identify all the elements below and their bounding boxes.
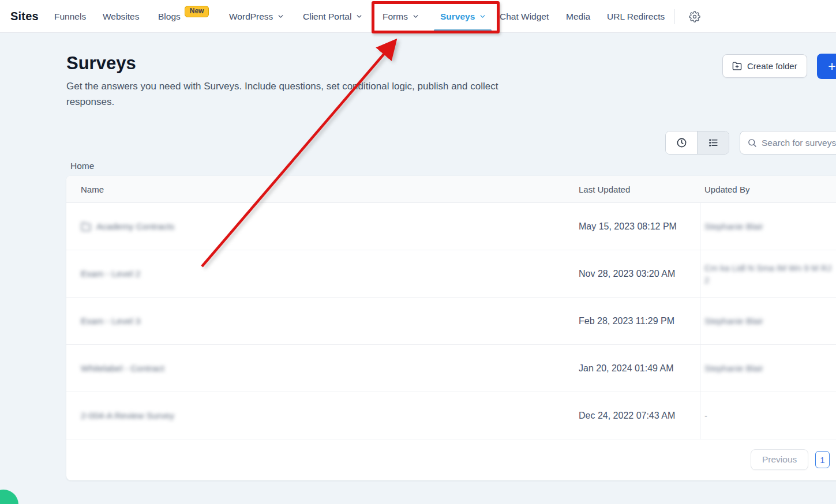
- chevron-down-icon: [412, 13, 419, 20]
- last-updated-cell: Nov 28, 2023 03:20 AM: [579, 268, 678, 280]
- nav-item-funnels[interactable]: Funnels: [54, 0, 86, 33]
- nav-item-chat-widget[interactable]: Chat Widget: [500, 0, 549, 33]
- survey-name-cell[interactable]: Exam - Level 2: [81, 269, 579, 279]
- table-row[interactable]: Exam - Level 2Nov 28, 2023 03:20 AMCm ka…: [66, 250, 836, 298]
- nav-item-label: WordPress: [229, 12, 273, 22]
- breadcrumb[interactable]: Home: [70, 161, 94, 171]
- survey-name: 2-004-A Review Survey: [81, 411, 174, 421]
- chat-widget-button[interactable]: [0, 490, 18, 504]
- table-row[interactable]: Academy ContractsMay 15, 2023 08:12 PMSt…: [66, 203, 836, 250]
- view-toggle-group: [665, 131, 729, 155]
- nav-item-label: Media: [566, 12, 590, 22]
- updated-by-cell: Stephanie Blair: [704, 362, 836, 374]
- nav-item-label: Funnels: [54, 12, 86, 22]
- nav-item-label: Websites: [103, 12, 139, 22]
- chevron-down-icon: [479, 13, 486, 20]
- updated-by-cell: Stephanie Blair: [704, 315, 836, 327]
- search-icon: [747, 138, 757, 148]
- last-updated-cell: Feb 28, 2023 11:29 PM: [579, 315, 678, 328]
- add-survey-button[interactable]: +: [817, 54, 836, 79]
- updated-by-cell: -: [704, 409, 836, 422]
- nav-item-media[interactable]: Media: [566, 0, 590, 33]
- create-folder-label: Create folder: [747, 61, 797, 71]
- column-header-last-updated: Last Updated: [579, 185, 704, 194]
- survey-search: [740, 131, 836, 155]
- page-brand-sites: Sites: [10, 0, 39, 33]
- previous-page-button[interactable]: Previous: [751, 449, 808, 470]
- nav-item-websites[interactable]: Websites: [103, 0, 139, 33]
- page-description: Get the answers you need with Surveys. I…: [66, 78, 537, 110]
- nav-item-blogs[interactable]: BlogsNew: [158, 0, 209, 33]
- nav-item-surveys[interactable]: Surveys: [440, 0, 486, 33]
- survey-name: Whitelabel - Contract: [81, 363, 164, 374]
- nav-item-label: Forms: [383, 12, 408, 22]
- nav-item-url-redirects[interactable]: URL Redirects: [607, 0, 665, 33]
- plus-icon: +: [828, 59, 835, 74]
- survey-name-cell[interactable]: Whitelabel - Contract: [81, 363, 579, 374]
- survey-name-cell[interactable]: Academy Contracts: [81, 221, 579, 232]
- last-updated-cell: Jan 20, 2024 01:49 AM: [579, 362, 678, 375]
- column-header-name: Name: [81, 185, 579, 194]
- updated-by-cell: Stephanie Blair: [704, 220, 836, 232]
- last-updated-cell: Dec 24, 2022 07:43 AM: [579, 409, 678, 422]
- surveys-table-card: Name Last Updated Updated By Academy Con…: [66, 176, 836, 480]
- nav-item-forms[interactable]: Forms: [383, 0, 419, 33]
- clock-icon: [676, 137, 687, 148]
- chevron-down-icon: [277, 13, 284, 20]
- survey-name-cell[interactable]: Exam - Level 3: [81, 316, 579, 326]
- list-view-button[interactable]: [697, 131, 729, 154]
- history-view-button[interactable]: [666, 131, 697, 154]
- list-icon: [708, 137, 719, 148]
- table-header-row: Name Last Updated Updated By: [66, 176, 836, 203]
- table-row[interactable]: Exam - Level 3Feb 28, 2023 11:29 PMSteph…: [66, 298, 836, 345]
- column-header-updated-by: Updated By: [704, 185, 836, 194]
- gear-icon: [689, 11, 700, 22]
- column-divider: [700, 203, 700, 439]
- table-row[interactable]: Whitelabel - ContractJan 20, 2024 01:49 …: [66, 345, 836, 392]
- pagination: Previous 1: [66, 439, 836, 480]
- nav-item-label: Surveys: [440, 12, 475, 22]
- nav-item-label: Blogs: [158, 12, 181, 22]
- nav-item-wordpress[interactable]: WordPress: [229, 0, 284, 33]
- nav-item-client-portal[interactable]: Client Portal: [303, 0, 363, 33]
- page-number-button[interactable]: 1: [815, 451, 830, 468]
- survey-name: Exam - Level 2: [81, 269, 140, 279]
- updated-by-cell: Cm ka Lidl N Sma IM Wn 9 M RJ 2: [704, 262, 836, 286]
- settings-button[interactable]: [687, 0, 702, 33]
- nav-item-label: URL Redirects: [607, 12, 665, 22]
- chevron-down-icon: [355, 13, 363, 20]
- search-input[interactable]: [762, 138, 836, 148]
- folder-plus-icon: [732, 61, 742, 71]
- create-folder-button[interactable]: Create folder: [722, 54, 807, 78]
- table-row[interactable]: 2-004-A Review SurveyDec 24, 2022 07:43 …: [66, 392, 836, 439]
- page-title: Surveys: [66, 53, 136, 74]
- new-badge: New: [185, 6, 209, 17]
- nav-divider: [674, 9, 674, 24]
- folder-icon: [81, 221, 91, 232]
- last-updated-cell: May 15, 2023 08:12 PM: [579, 220, 678, 233]
- nav-item-label: Chat Widget: [500, 12, 549, 22]
- top-navigation-bar: Sites FunnelsWebsitesBlogsNewWordPressCl…: [0, 0, 836, 33]
- survey-name: Academy Contracts: [96, 221, 174, 232]
- survey-name: Exam - Level 3: [81, 316, 140, 326]
- nav-item-label: Client Portal: [303, 12, 351, 22]
- survey-name-cell[interactable]: 2-004-A Review Survey: [81, 411, 579, 421]
